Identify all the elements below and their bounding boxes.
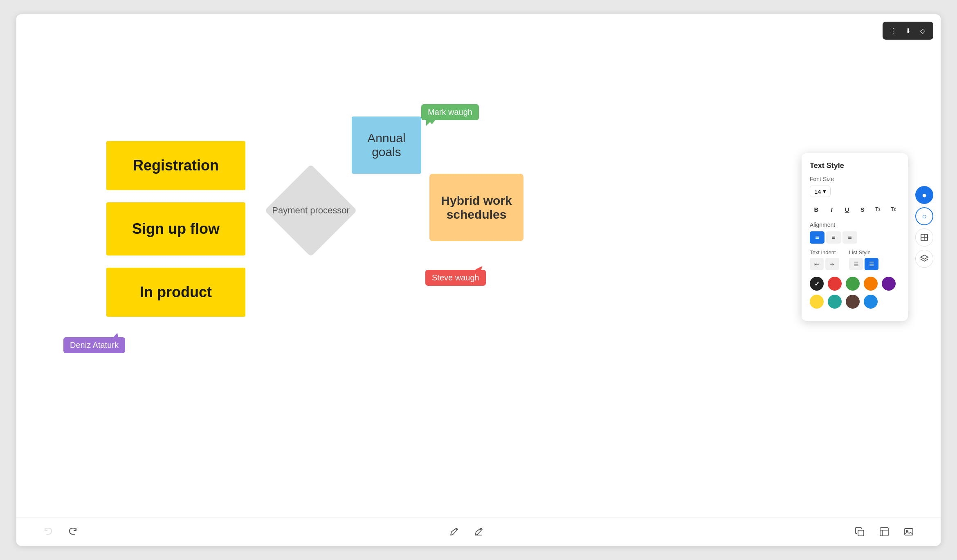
underline-button[interactable]: U [840, 203, 854, 216]
more-button[interactable]: ⋮ [887, 24, 900, 37]
download-button[interactable]: ⬇ [901, 24, 914, 37]
color-green[interactable] [846, 277, 860, 291]
list-section: List Style ☰ ☰ [849, 249, 878, 270]
svg-marker-0 [426, 119, 433, 126]
bubble-pointer-deniz [113, 332, 120, 339]
list-buttons: ☰ ☰ [849, 258, 878, 270]
svg-marker-1 [475, 264, 483, 271]
alignment-label: Alignment [810, 222, 900, 228]
indent-decrease-button[interactable]: ⇤ [810, 258, 824, 270]
bottom-center-tools [447, 524, 486, 539]
pencil-button[interactable] [447, 524, 461, 539]
chevron-down-icon: ▾ [823, 188, 826, 195]
eraser-pen-button[interactable] [471, 524, 486, 539]
font-size-select[interactable]: 14 ▾ [810, 186, 831, 197]
bottom-left-tools [41, 524, 80, 539]
subscript-button[interactable]: T2 [887, 203, 900, 216]
inproduct-note[interactable]: In product [106, 268, 245, 317]
list-style-label: List Style [849, 249, 878, 255]
registration-note[interactable]: Registration [106, 141, 245, 190]
text-indent-label: Text Indent [810, 249, 839, 255]
pencil-icon [448, 526, 460, 538]
color-teal[interactable] [828, 295, 842, 309]
indent-list-row: Text Indent ⇤ ⇥ List Style ☰ ☰ [810, 249, 900, 270]
svg-rect-10 [858, 530, 864, 536]
indent-section: Text Indent ⇤ ⇥ [810, 249, 839, 270]
undo-icon [43, 526, 54, 538]
bubble-pointer-mark [426, 119, 433, 126]
right-tool-crop-icon[interactable] [915, 228, 933, 246]
redo-icon [67, 526, 79, 538]
indent-increase-button[interactable]: ⇥ [825, 258, 839, 270]
svg-rect-14 [905, 529, 913, 535]
right-tool-layers-icon[interactable] [915, 250, 933, 268]
color-row-2 [810, 295, 900, 309]
svg-line-7 [456, 529, 457, 530]
steve-waugh-bubble[interactable]: Steve waugh [425, 270, 486, 286]
color-yellow[interactable] [810, 295, 824, 309]
eraser-pen-icon [473, 526, 484, 538]
color-brown[interactable] [846, 295, 860, 309]
eraser-button[interactable]: ◇ [916, 24, 929, 37]
signup-note[interactable]: Sign up flow [106, 202, 245, 255]
align-right-button[interactable]: ≡ [842, 231, 857, 244]
text-style-panel: Text Style Font Size 14 ▾ B I U S T2 T2 … [802, 153, 908, 321]
top-toolbar: ⋮ ⬇ ◇ [883, 22, 933, 40]
payment-label: Payment processor [272, 205, 350, 217]
svg-marker-6 [921, 255, 928, 259]
alignment-row: ≡ ≡ ≡ [810, 231, 900, 244]
color-blue[interactable] [864, 295, 878, 309]
align-center-button[interactable]: ≡ [826, 231, 841, 244]
layers-icon [920, 254, 929, 263]
color-row-1 [810, 277, 900, 291]
color-red[interactable] [828, 277, 842, 291]
annual-goals-note[interactable]: Annual goals [352, 116, 421, 174]
color-black[interactable] [810, 277, 824, 291]
indent-buttons: ⇤ ⇥ [810, 258, 839, 270]
main-canvas: ⋮ ⬇ ◇ Registration Sign up flow In produ… [16, 14, 941, 546]
copy-button[interactable] [852, 524, 867, 539]
frame-icon [878, 526, 890, 538]
hybrid-note[interactable]: Hybrid work schedules [429, 174, 523, 241]
font-size-label: Font Size [810, 176, 900, 182]
unordered-list-button[interactable]: ☰ [849, 258, 863, 270]
svg-marker-2 [113, 332, 120, 339]
strikethrough-button[interactable]: S [856, 203, 869, 216]
right-floating-tools: ● ○ [915, 186, 933, 268]
bold-button[interactable]: B [810, 203, 823, 216]
bottom-toolbar [16, 517, 941, 546]
undo-button[interactable] [41, 524, 56, 539]
color-orange[interactable] [864, 277, 878, 291]
right-tool-circle-filled[interactable]: ● [915, 186, 933, 204]
color-purple[interactable] [882, 277, 896, 291]
bottom-right-tools [852, 524, 916, 539]
redo-button[interactable] [65, 524, 80, 539]
align-left-button[interactable]: ≡ [810, 231, 824, 244]
deniz-ataturk-bubble[interactable]: Deniz Ataturk [63, 337, 125, 353]
image-button[interactable] [901, 524, 916, 539]
right-tool-circle-outline[interactable]: ○ [915, 207, 933, 225]
crop-icon [920, 233, 929, 242]
copy-icon [854, 526, 865, 538]
font-size-row: 14 ▾ [810, 186, 900, 197]
frame-button[interactable] [877, 524, 892, 539]
ordered-list-button[interactable]: ☰ [865, 258, 878, 270]
panel-title: Text Style [810, 161, 900, 170]
mark-waugh-bubble[interactable]: Mark waugh [421, 104, 479, 120]
payment-processor-shape[interactable]: Payment processor [270, 170, 352, 251]
image-icon [903, 526, 914, 538]
bubble-pointer-steve [475, 264, 483, 271]
svg-rect-11 [880, 528, 888, 536]
format-buttons-row: B I U S T2 T2 [810, 203, 900, 216]
superscript-button[interactable]: T2 [872, 203, 885, 216]
svg-line-9 [480, 529, 481, 530]
italic-button[interactable]: I [825, 203, 838, 216]
